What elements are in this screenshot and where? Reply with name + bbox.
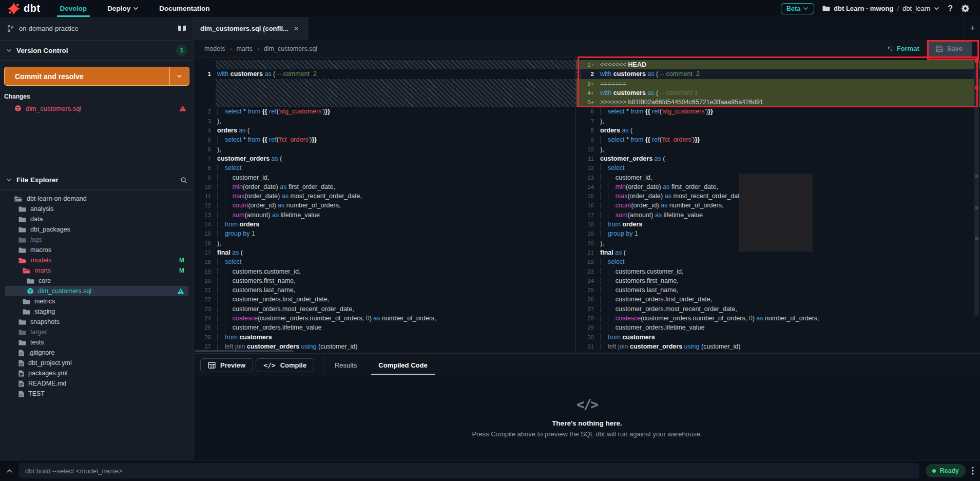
version-control-header[interactable]: Version Control 1 [0,41,194,61]
tree-item-.gitignore[interactable]: .gitignore [5,348,188,358]
save-button[interactable]: Save [927,41,972,56]
code-line[interactable]: 24 customers.first_name, [576,276,980,285]
code-line[interactable]: 10 min(order_date) as first_order_date, [194,182,575,191]
code-line[interactable]: 25 customers.last_name, [576,285,980,295]
tree-item-models[interactable]: modelsM [5,255,188,265]
tree-item-target[interactable]: target [5,327,188,337]
new-tab-button[interactable]: + [965,17,980,40]
code-line[interactable]: 22 select [576,257,980,266]
code-line[interactable]: 24 coalesce(customer_orders.number_of_or… [194,314,575,323]
code-line[interactable]: 1with customers as ( -- comment 2 [194,69,575,79]
code-line[interactable]: 5 select * from {{ ref('fct_orders')}} [194,135,575,144]
code-line[interactable]: 23 customer_orders.most_recent_order_dat… [194,304,575,314]
tree-item-staging[interactable]: staging [5,306,188,317]
tree-item-metrics[interactable]: metrics [5,296,188,306]
tree-item-tests[interactable]: tests [5,337,188,348]
code-line[interactable]: 22 customer_orders.first_order_date, [194,295,575,304]
code-line[interactable]: 10), [576,145,980,154]
gear-icon[interactable] [961,4,970,13]
tree-item-dim_customers.sql[interactable]: dim_customers.sql [5,286,188,296]
help-button[interactable]: ? [948,4,953,13]
code-line[interactable]: 7), [576,117,980,126]
code-line[interactable]: 6 select * from {{ ref('stg_customers')}… [576,107,980,116]
tree-item-dbt-learn-on-demand[interactable]: dbt-learn-on-demand [5,194,188,204]
tab-compiled-code[interactable]: Compiled Code [377,355,428,376]
code-line[interactable]: 25 customer_orders.lifetime_value [194,323,575,332]
git-branch-row[interactable]: on-demand-practice [0,17,194,41]
code-line[interactable]: 3), [194,117,575,126]
code-line[interactable]: 5+>>>>>>> b81f802a66fd544504c65721e3ffaa… [576,98,980,107]
code-line[interactable]: 9 customer_id, [194,173,575,182]
code-line[interactable]: 30 from customers [576,333,980,342]
nav-develop[interactable]: Develop [50,0,98,17]
tree-item-core[interactable]: core [5,276,188,286]
code-line[interactable]: 21 customers.last_name, [194,285,575,295]
code-line[interactable]: 4orders as ( [194,126,575,135]
editor-pane-current[interactable]: 1with customers as ( -- comment 22 selec… [194,57,575,353]
tree-item-macros[interactable]: macros [5,245,188,255]
code-line[interactable]: 20 customers.first_name, [194,276,575,285]
code-line[interactable]: 8orders as ( [576,126,980,135]
code-line[interactable]: 8 select [194,163,575,172]
code-line[interactable]: 13 sum(amount) as lifetime_value [194,210,575,220]
code-line[interactable]: 1+<<<<<<< HEAD [576,60,980,69]
code-line[interactable]: 28 coalesce(customer_orders.number_of_or… [576,314,980,323]
tree-item-analysis[interactable]: analysis [5,204,188,214]
beta-dropdown[interactable]: Beta [781,3,814,14]
horizontal-scrollbar[interactable] [195,350,294,352]
code-line[interactable]: 11customer_orders as ( [576,154,980,163]
code-line[interactable]: 4+with customers as ( -- comment 1 [576,88,980,98]
code-line[interactable]: 7customer_orders as ( [194,154,575,163]
code-line[interactable]: 3+======= [576,79,980,88]
tree-item-marts[interactable]: martsM [5,265,188,276]
nav-documentation[interactable]: Documentation [149,0,220,17]
close-tab-icon[interactable]: ✕ [294,25,299,32]
code-line[interactable]: 2with customers as ( -- comment 2 [576,69,980,79]
code-line[interactable]: 19 customers.customer_id, [194,267,575,276]
changed-file-dim-customers[interactable]: dim_customers.sql [0,102,194,114]
code-line[interactable]: 32) [576,351,980,353]
code-line[interactable]: 23 customers.customer_id, [576,267,980,276]
file-explorer-header[interactable]: File Explorer [0,170,194,190]
code-line[interactable]: 9 select * from {{ ref('fct_orders')}} [576,135,980,144]
status-badge[interactable]: Ready [926,464,966,477]
nav-deploy[interactable]: Deploy [97,0,149,17]
code-line[interactable]: 18 select [194,257,575,266]
kebab-menu-icon[interactable] [972,467,974,475]
tree-item-dbt_packages[interactable]: dbt_packages [5,224,188,235]
commit-options-dropdown[interactable] [169,67,189,85]
preview-button[interactable]: Preview [200,358,253,372]
code-line[interactable]: 16), [194,239,575,248]
search-icon[interactable] [180,177,187,184]
tab-dim-customers[interactable]: dim_customers.sql (confli... ✕ [194,17,308,40]
code-line[interactable]: 27 customer_orders.most_recent_order_dat… [576,304,980,314]
tree-item-snapshots[interactable]: snapshots [5,317,188,327]
code-line[interactable]: 12 select [576,163,980,172]
code-line[interactable]: 26 customer_orders.first_order_date, [576,295,980,304]
code-line[interactable]: 29 customer_orders.lifetime_value [576,323,980,332]
code-line[interactable]: 11 max(order_date) as most_recent_order_… [194,191,575,201]
code-line[interactable]: 2 select * from {{ ref('stg_customers')}… [194,107,575,116]
format-button[interactable]: Format [886,45,919,52]
tree-item-README.md[interactable]: README.md [5,378,188,389]
code-line[interactable]: 14 from orders [194,220,575,229]
commit-and-resolve-button[interactable]: Commit and resolve [4,67,189,86]
tree-item-logs[interactable]: logs [5,235,188,245]
code-line[interactable]: 26 from customers [194,333,575,342]
code-line[interactable]: 6), [194,145,575,154]
book-icon[interactable] [178,25,186,32]
code-line[interactable]: 12 count(order_id) as number_of_orders, [194,201,575,210]
tree-item-TEST[interactable]: TEST [5,389,188,399]
code-line[interactable]: 17final as ( [194,248,575,257]
account-project-switcher[interactable]: dbt Learn - mwong / dbt_learn [822,5,939,12]
tree-item-dbt_project.yml[interactable]: dbt_project.yml [5,358,188,368]
code-line[interactable]: 31 left join customer_orders using (cust… [576,342,980,351]
overview-ruler[interactable] [974,57,979,353]
tree-item-data[interactable]: data [5,214,188,224]
tree-item-packages.yml[interactable]: packages.yml [5,368,188,378]
compile-button[interactable]: </> Compile [256,358,314,372]
command-input[interactable] [19,463,919,478]
tab-results[interactable]: Results [334,355,358,376]
chevron-up-icon[interactable] [6,468,13,474]
code-line[interactable]: 15 group by 1 [194,229,575,238]
